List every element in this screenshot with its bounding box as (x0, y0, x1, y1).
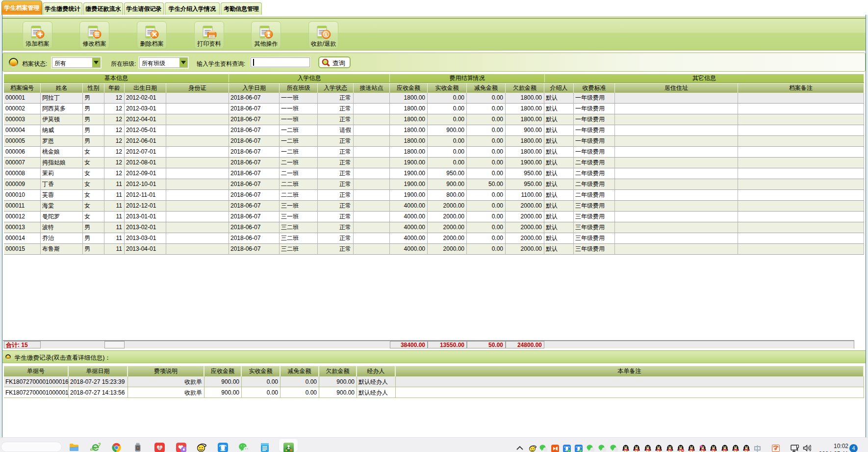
svg-text:$: $ (325, 32, 328, 37)
